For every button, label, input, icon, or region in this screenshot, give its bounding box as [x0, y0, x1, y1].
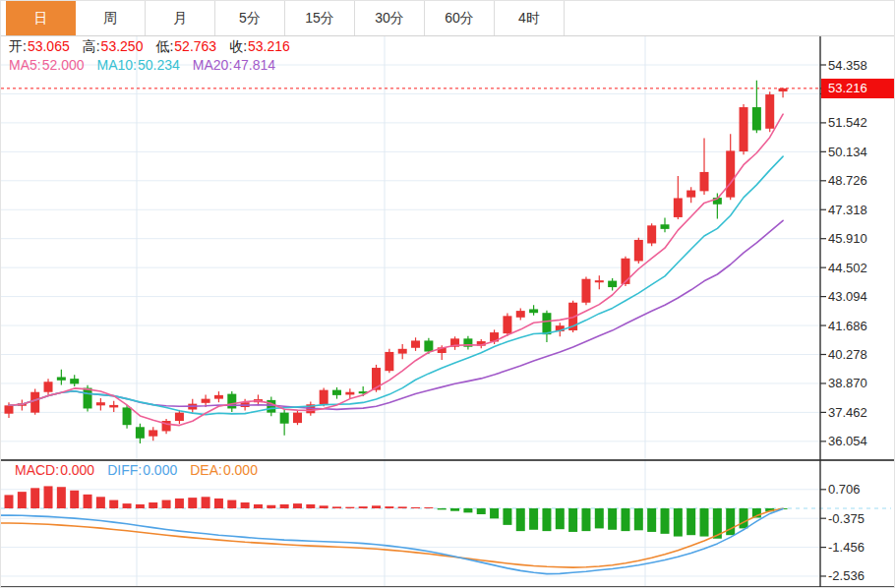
macd-readout: MACD:0.000: [15, 462, 94, 478]
main-y-tick-label: 36.054: [828, 434, 895, 448]
ma5-line: [9, 114, 783, 425]
main-y-tick-label: 47.318: [828, 203, 895, 217]
candles-layer: [5, 81, 788, 443]
macd-y-tick-label: 0.706: [828, 482, 895, 497]
tab-5min[interactable]: 5分: [215, 1, 285, 35]
main-y-tick-label: 48.726: [828, 173, 895, 188]
ma10-readout: MA10:50.234: [97, 57, 180, 73]
ma5-readout: MA5:52.000: [9, 57, 85, 73]
tab-day[interactable]: 日: [6, 1, 76, 35]
macd-readout-bar: MACD:0.000DIFF:0.000DEA:0.000: [15, 462, 258, 478]
y-axis: [820, 35, 826, 587]
period-tab-bar: 日周月5分15分30分60分4时: [1, 1, 895, 36]
main-y-tick-label: 44.502: [828, 261, 895, 275]
ohlc-low: 低:52.763: [155, 38, 216, 56]
main-y-tick-label: 51.542: [828, 115, 895, 130]
candlestick-chart-canvas[interactable]: [1, 1, 895, 588]
main-y-tick-label: 41.686: [828, 319, 895, 333]
dea-readout: DEA:0.000: [190, 462, 258, 478]
tab-month[interactable]: 月: [146, 1, 215, 35]
macd-y-tick-label: -2.536: [828, 568, 895, 583]
tab-15min[interactable]: 15分: [285, 1, 355, 35]
ma20-readout: MA20:47.814: [193, 57, 275, 73]
gridlines: [1, 35, 820, 586]
panel-separators: [1, 460, 895, 587]
main-y-tick-label: 40.278: [828, 347, 895, 362]
ohlc-open: 开:53.065: [9, 38, 70, 56]
tab-4hour[interactable]: 4时: [495, 1, 565, 35]
current-price-badge: 53.216: [821, 79, 895, 98]
main-y-tick-label: 43.094: [828, 289, 895, 304]
diff-readout: DIFF:0.000: [107, 462, 177, 478]
tab-60min[interactable]: 60分: [425, 1, 495, 35]
main-y-tick-label: 38.870: [828, 376, 895, 390]
ohlc-readout-bar: 开:53.065高:53.250低:52.763收:53.216: [9, 38, 290, 56]
main-y-tick-label: 54.358: [828, 58, 895, 73]
tab-week[interactable]: 周: [76, 1, 146, 35]
main-y-tick-label: 50.134: [828, 145, 895, 159]
ma-readout-bar: MA5:52.000MA10:50.234MA20:47.814: [9, 57, 275, 73]
tab-30min[interactable]: 30分: [355, 1, 425, 35]
macd-y-tick-label: -0.375: [828, 511, 895, 526]
kline-chart-app: { "tabs": [ {"name":"tab-day","label":"日…: [0, 0, 895, 588]
main-y-tick-label: 37.462: [828, 405, 895, 420]
ohlc-high: 高:53.250: [83, 38, 144, 56]
ohlc-close: 收:53.216: [229, 38, 290, 56]
ma20-line: [9, 220, 783, 409]
macd-y-tick-label: -1.456: [828, 540, 895, 555]
main-y-tick-label: 45.910: [828, 231, 895, 246]
